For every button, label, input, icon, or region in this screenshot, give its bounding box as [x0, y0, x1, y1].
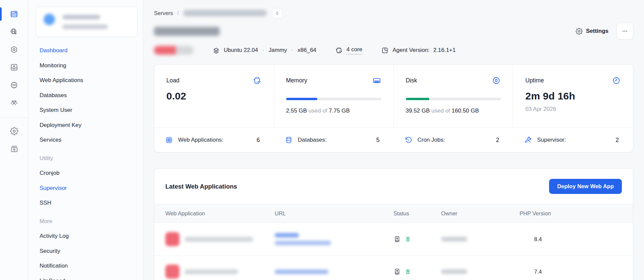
table-header: Web Application URL Status Owner PHP Ver…: [154, 204, 633, 223]
status-badge-redacted: [154, 46, 194, 55]
more-options-button[interactable]: [616, 23, 633, 40]
rail-active-indicator: [0, 7, 2, 21]
gear-icon: [576, 28, 583, 35]
deploy-new-web-app-button[interactable]: Deploy New Web App: [549, 179, 622, 194]
ssl-lock-icon: [404, 235, 412, 243]
team-icon[interactable]: [7, 96, 21, 110]
disk-stat: Disk 39.52 GB used of 160.50 GB: [394, 65, 514, 128]
php-version-value: 7.4: [520, 269, 556, 275]
deployment-status-icon: [393, 235, 401, 243]
sidebar-item-monitoring[interactable]: Monitoring: [36, 58, 138, 73]
app-domain-link-redacted[interactable]: [275, 270, 328, 274]
supervisor-count: Supervisor: 2: [513, 136, 633, 144]
memory-stat: Memory 2.55 GB used of 7.75 GB: [274, 65, 394, 128]
sidebar-item-dashboard[interactable]: Dashboard: [36, 43, 138, 58]
deployments-icon[interactable]: [7, 61, 21, 74]
php-version-value: 8.4: [520, 236, 556, 242]
sidebar-item-cronjob[interactable]: Cronjob: [36, 166, 138, 181]
databases-count: Databases: 5: [274, 136, 394, 144]
server-stats-card: Load 0.02 Memory 2.55 GB used of 7.75 GB: [154, 64, 633, 152]
services-hex-icon[interactable]: [7, 43, 21, 56]
database-icon: [285, 136, 293, 144]
supervisor-tools-icon: [524, 136, 532, 144]
app-avatar-redacted: [165, 265, 179, 279]
workspace-card[interactable]: [36, 7, 138, 37]
uptime-value: 2m 9d 16h: [525, 90, 621, 102]
server-switcher-button[interactable]: [272, 8, 282, 18]
servers-icon[interactable]: [7, 7, 21, 21]
uptime-stat: Uptime 2m 9d 16h 03 Apr 2026: [513, 65, 633, 128]
col-status: Status: [393, 210, 441, 217]
title-actions: Settings: [576, 23, 633, 40]
app-url-link-redacted[interactable]: [275, 233, 299, 237]
sidebar-item-ssh[interactable]: SSH: [36, 196, 138, 211]
load-stat: Load 0.02: [154, 65, 274, 128]
col-owner: Owner: [441, 210, 520, 217]
app-name-redacted: [184, 237, 253, 242]
clock-icon: [612, 76, 621, 85]
os-info: Ubuntu 22.04 · Jammy · x86_64: [212, 47, 316, 54]
sidebar: Dashboard Monitoring Web Applications Da…: [29, 0, 143, 280]
memory-progress-track: [286, 98, 381, 100]
workspace-name-redacted: [62, 14, 108, 37]
disk-icon: [492, 76, 501, 85]
owner-redacted: [441, 237, 467, 241]
settings-button[interactable]: Settings: [576, 28, 608, 35]
sidebar-section-more: More: [36, 214, 138, 229]
disk-label: Disk: [406, 77, 417, 84]
cpu-icon: [335, 47, 343, 54]
sidebar-item-web-applications[interactable]: Web Applications: [36, 73, 138, 88]
sidebar-item-databases[interactable]: Databases: [36, 88, 138, 103]
col-php-version: PHP Version: [520, 210, 622, 217]
os-arch: x86_64: [298, 47, 316, 54]
sidebar-item-notification[interactable]: Notification: [36, 259, 138, 274]
sidebar-menu: Dashboard Monitoring Web Applications Da…: [36, 43, 138, 280]
load-cpu-icon: [253, 76, 262, 85]
dns-icon[interactable]: [7, 78, 21, 92]
ssl-lock-icon: [404, 268, 412, 275]
resource-counts-row: Web Applications: 6 Databases: 5 Cron Jo…: [154, 128, 633, 152]
server-title-redacted: [154, 27, 220, 36]
agent-version-label: Agent Version:: [392, 47, 430, 54]
cron-jobs-count: Cron Jobs: 2: [394, 136, 514, 144]
disk-usage-text: 39.52 GB used of 160.50 GB: [406, 108, 501, 114]
cpu-cores[interactable]: 4 core: [346, 46, 362, 55]
web-applications-count: Web Applications: 6: [154, 136, 274, 144]
sidebar-item-system-user[interactable]: System User: [36, 103, 138, 118]
breadcrumb-servers-link[interactable]: Servers: [154, 10, 173, 16]
os-layers-icon: [212, 47, 220, 54]
sidebar-item-litespeed[interactable]: LiteSpeed: [36, 274, 138, 280]
sidebar-item-activity-log[interactable]: Activity Log: [36, 229, 138, 244]
load-value: 0.02: [166, 90, 262, 102]
app-name-redacted: [184, 269, 238, 274]
cron-history-icon: [405, 136, 413, 144]
uptime-label: Uptime: [525, 77, 544, 84]
breadcrumb-separator: /: [177, 10, 179, 16]
sidebar-item-deployment-key[interactable]: Deployment Key: [36, 118, 138, 133]
web-globe-icon[interactable]: [7, 25, 21, 39]
sidebar-item-security[interactable]: Security: [36, 244, 138, 259]
ellipsis-icon: [622, 28, 628, 34]
billing-icon[interactable]: [7, 142, 21, 155]
agent-version-value: 2.16.1+1: [433, 47, 456, 54]
memory-progress-fill: [286, 98, 318, 100]
cpu-info: 4 core: [335, 46, 362, 55]
deployment-status-icon: [393, 268, 401, 275]
settings-gear-icon[interactable]: [7, 124, 21, 138]
app-domain-link-redacted[interactable]: [275, 241, 331, 245]
sidebar-item-services[interactable]: Services: [36, 133, 138, 148]
table-row: 7.4: [154, 256, 633, 280]
sidebar-item-supervisor[interactable]: Supervisor: [36, 181, 138, 196]
col-url: URL: [275, 210, 393, 217]
stats-grid: Load 0.02 Memory 2.55 GB used of 7.75 GB: [154, 65, 633, 128]
agent-info: Agent Version: 2.16.1+1: [381, 47, 455, 54]
breadcrumb: Servers /: [154, 8, 633, 18]
settings-label: Settings: [586, 28, 608, 34]
disk-progress-fill: [406, 98, 430, 100]
page-title-row: Settings: [154, 23, 633, 40]
disk-progress-track: [406, 98, 501, 100]
load-label: Load: [166, 77, 179, 84]
os-name: Ubuntu 22.04: [224, 47, 258, 54]
col-web-application: Web Application: [165, 210, 275, 217]
os-codename: Jammy: [269, 47, 287, 54]
